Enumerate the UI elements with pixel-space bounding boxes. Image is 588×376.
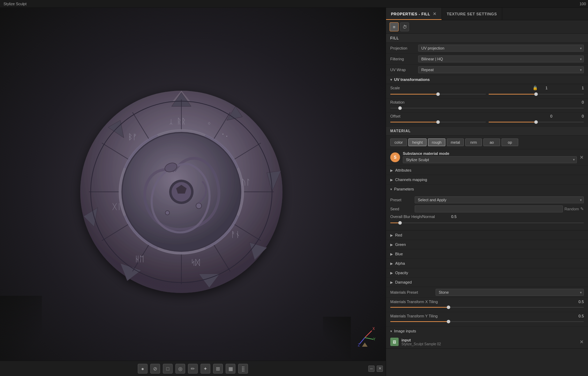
seed-edit-icon[interactable]: ✎ (580, 206, 584, 211)
scale-row: Scale 🔒 1 1 (386, 84, 588, 99)
op-btn[interactable]: op (502, 138, 518, 146)
materials-y-tiling-value: 0.5 (579, 314, 584, 318)
dots-grid-btn[interactable]: ⣿ (238, 364, 248, 374)
history-icon-btn[interactable]: ⏱ (400, 22, 409, 31)
panel-icon-row: ≡ ⏱ (386, 20, 588, 34)
svg-text:ᚺᛖ: ᚺᛖ (135, 255, 144, 263)
wireframe-btn[interactable]: ⊘ (150, 364, 160, 374)
viewport-close-btn[interactable]: ✕ (377, 366, 383, 372)
seed-input[interactable] (415, 205, 563, 212)
filtering-dropdown[interactable]: Bilinear | HQ (418, 55, 584, 62)
grid-btn[interactable]: ⊞ (213, 364, 223, 374)
materials-x-tiling-row: Materials Transform X Tiling 0.5 (386, 298, 588, 312)
seed-random-label: Random (564, 207, 579, 211)
offset-slider-2[interactable] (489, 119, 584, 125)
img-info: input Stylize_Sculpt Sample 02 (401, 338, 577, 346)
rough-btn[interactable]: rough (428, 138, 445, 146)
projection-dropdown[interactable]: UV projection (418, 45, 584, 52)
parameters-header[interactable]: ▾ Parameters (386, 185, 588, 194)
layers-icon-btn[interactable]: ≡ (390, 22, 399, 31)
offset-value1: 0 (550, 114, 552, 118)
preset-dropdown-wrap: Select and Apply (415, 196, 584, 203)
viewport-bottom-toolbar: ● ⊘ □ ◎ ✏ ✦ ⊞ ▦ ⣿ ─ ✕ (0, 361, 386, 376)
materials-y-tiling-slider[interactable] (390, 319, 584, 324)
alpha-label: Alpha (395, 261, 405, 265)
image-inputs-chevron-icon: ▾ (390, 329, 392, 333)
seed-row: Seed Random ✎ (390, 205, 584, 212)
offset-row: Offset 0 0 (386, 113, 588, 127)
texture-btn[interactable]: ✦ (201, 364, 210, 374)
viewport-gizmo: X Y Z (354, 327, 375, 348)
scale-lock-icon[interactable]: 🔒 (531, 85, 539, 90)
red-header[interactable]: ▶ Red (386, 231, 588, 240)
green-header[interactable]: ▶ Green (386, 240, 588, 249)
uv-wrap-dropdown-wrap: Repeat (418, 66, 584, 73)
model-name-label: Stylize Sculpt (3, 2, 27, 6)
viewport-minimize-btn[interactable]: ─ (368, 366, 375, 372)
metal-btn[interactable]: metal (447, 138, 464, 146)
bar-chart-btn[interactable]: ▦ (226, 364, 235, 374)
blue-label: Blue (395, 252, 403, 256)
uv-wrap-dropdown[interactable]: Repeat (418, 66, 584, 73)
scale-slider-2[interactable] (489, 91, 584, 97)
scale-sliders (390, 91, 584, 97)
uv-transformations-header[interactable]: ▾ UV transformations (386, 75, 588, 84)
substance-close-btn[interactable]: ✕ (580, 155, 584, 160)
pencil-btn[interactable]: ✏ (188, 364, 198, 374)
tab-properties-fill-label: PROPERTIES - FILL (391, 12, 430, 16)
circle-btn[interactable]: ◎ (175, 364, 185, 374)
img-icon: 🖼 (390, 338, 399, 346)
channels-mapping-header[interactable]: ▶ Channels mapping (386, 175, 588, 184)
image-inputs-header[interactable]: ▾ Image inputs (386, 326, 588, 336)
materials-x-tiling-slider[interactable] (390, 304, 584, 310)
color-btn[interactable]: color (390, 138, 407, 146)
damaged-header[interactable]: ▶ Damaged (386, 278, 588, 287)
scale-slider-1[interactable] (390, 91, 486, 97)
box-btn[interactable]: □ (163, 364, 173, 374)
attributes-chevron-icon: ▶ (390, 168, 393, 172)
materials-preset-label: Materials Preset (390, 290, 436, 294)
substance-dropdown[interactable]: Stylize Sculpt (403, 156, 577, 163)
img-close-btn[interactable]: ✕ (580, 339, 584, 345)
alpha-header[interactable]: ▶ Alpha (386, 259, 588, 268)
channels-mapping-label: Channels mapping (395, 178, 427, 182)
uv-chevron-icon: ▾ (390, 78, 392, 82)
blue-header[interactable]: ▶ Blue (386, 249, 588, 258)
materials-x-tiling-value: 0.5 (579, 300, 584, 304)
uv-wrap-label: UV Wrap (390, 68, 418, 72)
offset-sliders (390, 119, 584, 125)
close-properties-fill-tab[interactable]: ✕ (433, 12, 437, 16)
medallion-3d-object: ᚱᚱ ᛫᛫ ᚢᛚ ᚨᚾ ᛋᛞ ᚺᛖ ᚷᛁ ᛒᚠ ᛣ ᛜ ᛦ (63, 66, 300, 317)
sphere-view-btn[interactable]: ● (138, 364, 148, 374)
materials-preset-dropdown-wrap: Stone (436, 289, 584, 296)
right-panel: PROPERTIES - FILL ✕ TEXTURE SET SETTINGS… (386, 8, 588, 376)
preset-dropdown[interactable]: Select and Apply (415, 196, 584, 203)
offset-value2: 0 (582, 114, 584, 118)
damaged-section: ▶ Damaged (386, 278, 588, 287)
preset-row: Preset Select and Apply (390, 196, 584, 203)
opacity-header[interactable]: ▶ Opacity (386, 268, 588, 277)
nrm-btn[interactable]: nrm (465, 138, 482, 146)
tab-texture-set-settings[interactable]: TEXTURE SET SETTINGS (442, 8, 502, 20)
filtering-dropdown-wrap: Bilinear | HQ (418, 55, 584, 62)
attributes-header[interactable]: ▶ Attributes (386, 166, 588, 175)
tab-properties-fill[interactable]: PROPERTIES - FILL ✕ (386, 8, 442, 20)
channels-mapping-chevron-icon: ▶ (390, 178, 393, 182)
height-btn[interactable]: height (408, 138, 427, 146)
overall-blur-row: Overall Blur Heigh/Normal 0.5 (390, 215, 584, 219)
parameters-section: ▾ Parameters Preset Select and Apply (386, 185, 588, 231)
projection-row: Projection UV projection (386, 43, 588, 54)
parameters-chevron-icon: ▾ (390, 187, 392, 191)
blue-chevron-icon: ▶ (390, 252, 393, 256)
projection-dropdown-wrap: UV projection (418, 45, 584, 52)
top-area: Stylize Sculpt 100 (0, 0, 588, 8)
image-input-item: 🖼 input Stylize_Sculpt Sample 02 ✕ (386, 336, 588, 348)
svg-line-45 (360, 338, 365, 344)
ao-btn[interactable]: ao (483, 138, 500, 146)
materials-preset-dropdown[interactable]: Stone (436, 289, 584, 296)
rotation-slider[interactable] (390, 105, 584, 111)
substance-icon: S (390, 152, 400, 162)
overall-blur-slider[interactable] (390, 220, 584, 226)
svg-point-40 (165, 211, 169, 215)
offset-slider-1[interactable] (390, 119, 486, 125)
